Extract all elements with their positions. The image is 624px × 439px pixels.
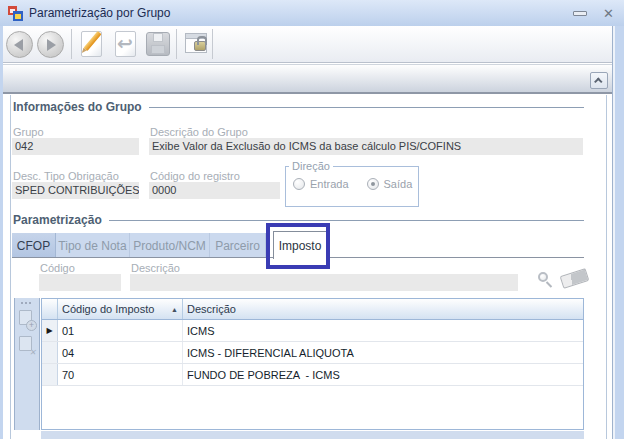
descricao-grupo-field[interactable]: Exibe Valor da Exclusão do ICMS da base …	[149, 138, 583, 155]
delete-row-icon: ✕	[29, 348, 36, 357]
parametrizacao-section-title: Parametrização	[13, 213, 102, 227]
titlebar: Parametrização por Grupo ✕	[0, 0, 624, 26]
app-window: Parametrização por Grupo ✕ ↩	[0, 0, 624, 439]
filter-descricao-input[interactable]	[130, 274, 518, 291]
tab-parceiro[interactable]: Parceiro	[210, 233, 266, 258]
tipo-obrigacao-field[interactable]: SPED CONTRIBUIÇÕES	[12, 182, 139, 199]
panel-border-right	[606, 95, 607, 439]
radio-saida-icon[interactable]	[367, 178, 379, 190]
app-icon	[8, 6, 23, 21]
add-row-icon: +	[26, 320, 37, 331]
grid-column-codigo-imposto[interactable]: Código do Imposto ▲	[58, 299, 183, 319]
group-info-section-title: Informações do Grupo	[13, 100, 142, 114]
cell-descricao[interactable]: ICMS	[183, 320, 583, 341]
add-row-button[interactable]: +	[18, 310, 37, 331]
grid-column-descricao[interactable]: Descrição	[183, 299, 583, 319]
filter-descricao-label: Descrição	[131, 262, 180, 274]
next-icon	[47, 39, 56, 51]
grupo-field[interactable]: 042	[12, 138, 139, 155]
grid-column-codigo-imposto-label: Código do Imposto	[62, 303, 154, 315]
edit-button[interactable]	[76, 29, 108, 60]
direcao-options: Entrada Saída	[293, 178, 412, 190]
filter-codigo-label: Código	[40, 262, 75, 274]
table-row[interactable]: 70 FUNDO DE POBREZA - ICMS	[42, 364, 583, 386]
panel-border-left	[10, 95, 11, 439]
delete-row-button[interactable]: ✕	[18, 336, 37, 357]
highlight-annotation-box	[266, 223, 330, 269]
toolbar-separator	[71, 29, 72, 59]
minimize-button[interactable]	[573, 11, 587, 16]
undo-icon: ↩	[117, 32, 133, 55]
grid-navigator: + ✕	[14, 298, 40, 430]
tab-produto-ncm[interactable]: Produto/NCM	[130, 233, 210, 258]
direcao-label: Direção	[289, 160, 333, 172]
filter-codigo-input[interactable]	[39, 274, 121, 291]
toolbar-separator	[176, 29, 177, 59]
clear-filter-button[interactable]	[560, 268, 590, 289]
security-button[interactable]	[181, 29, 213, 60]
table-row[interactable]: 04 ICMS - DIFERENCIAL ALIQUOTA	[42, 342, 583, 364]
collapsible-panel-bar	[3, 64, 612, 94]
search-button[interactable]	[537, 271, 555, 289]
sort-asc-icon: ▲	[171, 306, 178, 313]
cell-codigo[interactable]: 04	[58, 342, 183, 363]
cell-codigo[interactable]: 70	[58, 364, 183, 385]
group-info-section-header: Informações do Grupo	[13, 100, 584, 114]
radio-saida[interactable]: Saída	[367, 178, 413, 190]
tab-cfop[interactable]: CFOP	[12, 233, 56, 258]
previous-button[interactable]	[6, 31, 33, 58]
table-row[interactable]: ▶ 01 ICMS	[42, 320, 583, 342]
collapse-button[interactable]	[590, 72, 608, 89]
cell-descricao[interactable]: FUNDO DE POBREZA - ICMS	[183, 364, 583, 385]
close-button[interactable]: ✕	[603, 7, 614, 20]
window-title: Parametrização por Grupo	[29, 6, 170, 20]
radio-saida-label: Saída	[384, 178, 413, 190]
next-button[interactable]	[37, 31, 64, 58]
row-indicator-icon: ▶	[42, 320, 58, 341]
drag-handle-icon[interactable]	[21, 302, 31, 304]
section-rule	[109, 220, 584, 221]
radio-entrada-label: Entrada	[310, 178, 349, 190]
save-icon	[146, 32, 170, 56]
radio-entrada-icon[interactable]	[293, 178, 305, 190]
tab-tipo-de-nota-label: Tipo de Nota	[58, 239, 126, 253]
previous-icon	[14, 39, 23, 51]
radio-entrada[interactable]: Entrada	[293, 178, 349, 190]
tab-cfop-label: CFOP	[17, 239, 50, 253]
grupo-label: Grupo	[13, 126, 44, 138]
tab-tipo-de-nota[interactable]: Tipo de Nota	[56, 233, 130, 258]
codigo-registro-field[interactable]: 0000	[149, 182, 280, 199]
grid-bottom-scroll-area[interactable]	[41, 431, 584, 439]
tipo-obrigacao-label: Desc. Tipo Obrigação	[13, 170, 119, 182]
chevron-up-icon	[594, 77, 602, 85]
undo-button[interactable]: ↩	[110, 29, 142, 60]
padlock-icon	[194, 41, 206, 51]
grid-column-descricao-label: Descrição	[187, 303, 236, 315]
descricao-grupo-label: Descrição do Grupo	[150, 126, 248, 138]
grid-indicator-header	[42, 299, 58, 319]
tab-parceiro-label: Parceiro	[215, 239, 260, 253]
section-rule	[149, 107, 584, 108]
codigo-registro-label: Código do registro	[150, 170, 240, 182]
toolbar-separator	[212, 29, 213, 59]
toolbar: ↩	[3, 26, 612, 63]
grid-header: Código do Imposto ▲ Descrição	[42, 299, 583, 320]
imposto-grid: Código do Imposto ▲ Descrição ▶ 01 ICMS …	[41, 298, 584, 430]
cell-codigo[interactable]: 01	[58, 320, 183, 341]
save-button[interactable]	[142, 29, 174, 60]
tab-produto-ncm-label: Produto/NCM	[133, 239, 206, 253]
window-border	[612, 26, 624, 439]
cell-descricao[interactable]: ICMS - DIFERENCIAL ALIQUOTA	[183, 342, 583, 363]
app-body: ↩ Informações do Grupo Grupo 042 Desc	[3, 26, 612, 439]
